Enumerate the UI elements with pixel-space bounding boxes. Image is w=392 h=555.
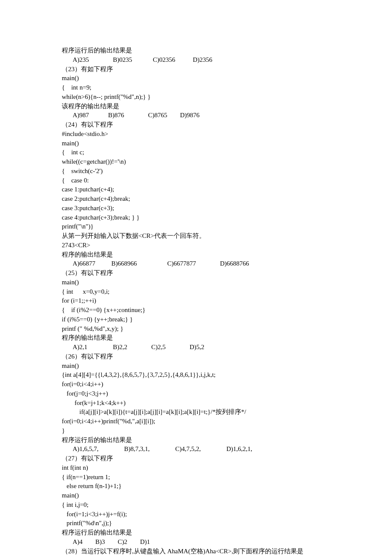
text-line: main() bbox=[62, 491, 330, 500]
text-line: 程序运行后的输出结果是 bbox=[62, 436, 330, 445]
text-line: A)987 B)876 C)8765 D)9876 bbox=[62, 111, 330, 120]
text-line: case 3:putchar(c+3); bbox=[62, 204, 330, 213]
text-line: （26）有以下程序 bbox=[62, 352, 330, 361]
text-line: case 4:putchar(c+3);break; } } bbox=[62, 213, 330, 223]
text-line: { int n=9; bbox=[62, 83, 330, 92]
text-line: case 1:putchar(c+4); bbox=[62, 185, 330, 194]
text-line: else return f(n-1)+1;} bbox=[62, 482, 330, 491]
text-line: for(i=1;i<3;i++)j+=f(i); bbox=[62, 510, 330, 519]
text-line: while((c=getchar())!='\n) bbox=[62, 157, 330, 167]
text-line: printf("\n")} bbox=[62, 222, 330, 231]
text-line: { switch(c-'2') bbox=[62, 167, 330, 176]
text-line: for(k=j+1;k<4;k++) bbox=[62, 399, 330, 408]
text-line: if (i%5==0) {y++;break;} } bbox=[62, 315, 330, 324]
text-line: case 2:putchar(c+4);break; bbox=[62, 194, 330, 204]
text-line: int f(int n) bbox=[62, 463, 330, 473]
text-line: { if (i%2==0) {x++;continue;} bbox=[62, 306, 330, 315]
text-line: for(i=0;i<4;i++) bbox=[62, 380, 330, 389]
text-line: { if(n==1)return 1; bbox=[62, 473, 330, 482]
text-line: for (i=1;;++i) bbox=[62, 296, 330, 306]
text-line: while(n>6){n--; printf("%d",n);} } bbox=[62, 92, 330, 102]
text-line: #include<stdio.h> bbox=[62, 130, 330, 139]
text-line: 程序的输出结果是 bbox=[62, 250, 330, 260]
text-line: （24）有以下程序 bbox=[62, 120, 330, 130]
text-line: A)66877 B)668966 C)6677877 D)6688766 bbox=[62, 259, 330, 269]
text-line: main() bbox=[62, 278, 330, 287]
text-line: A)1,6,5,7, B)8,7,3,1, C)4,7,5,2, D)1,6,2… bbox=[62, 445, 330, 454]
text-line: 程序运行后的输出结果是 bbox=[62, 46, 330, 55]
document-page: 程序运行后的输出结果是 A)235 B)0235 C)02356 D)2356 … bbox=[0, 0, 392, 555]
text-line: 2743<CR> bbox=[62, 241, 330, 250]
text-line: 程序运行后的输出结果是 bbox=[62, 528, 330, 538]
text-line: for(i=0;i<4;i++)printf("%d,",a[i][i]); bbox=[62, 417, 330, 426]
text-line: printf("%d\n",j);} bbox=[62, 519, 330, 528]
text-line: （28）当运行以下程序时,从键盘输入 AhaMA(空格)Aha<CR>,则下面程… bbox=[62, 547, 330, 555]
text-line: A)4 B)3 C)2 D)1 bbox=[62, 538, 330, 547]
text-line: { int c; bbox=[62, 148, 330, 157]
text-line: （23）有如下程序 bbox=[62, 65, 330, 74]
text-line: { case 0: bbox=[62, 176, 330, 185]
text-line: } bbox=[62, 426, 330, 436]
text-line: main() bbox=[62, 74, 330, 83]
text-line: {int a[4][4]={{l,4,3,2},{8,6,5,7},{3,7,2… bbox=[62, 370, 330, 380]
text-line: 从第一列开始输入以下数据<CR>代表一个回车符。 bbox=[62, 231, 330, 241]
text-line: 该程序的输出结果是 bbox=[62, 102, 330, 111]
text-line: main() bbox=[62, 361, 330, 371]
text-line: A)235 B)0235 C)02356 D)2356 bbox=[62, 55, 330, 65]
text-line: （27）有以下程序 bbox=[62, 454, 330, 463]
text-line: printf (" %d,%d",x,y); } bbox=[62, 324, 330, 334]
text-line: for(j=0;j<3;j++) bbox=[62, 389, 330, 399]
text-line: { int i,j=0; bbox=[62, 500, 330, 510]
text-line: if(a[j][i]>a[k][i]){t=a[j][i];a[j][i]=a[… bbox=[62, 408, 330, 417]
text-line: （25）有以下程序 bbox=[62, 269, 330, 278]
text-line: { int x=0,y=0,i; bbox=[62, 287, 330, 297]
text-line: 程序的输出结果是 bbox=[62, 333, 330, 343]
text-line: main() bbox=[62, 139, 330, 148]
text-line: A)2,1 B)2,2 C)2,5 D)5,2 bbox=[62, 343, 330, 352]
